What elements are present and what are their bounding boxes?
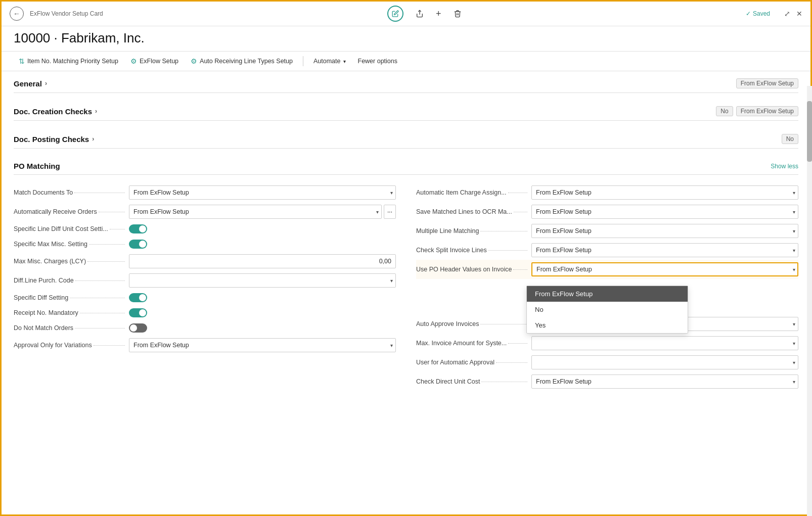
specific-diff-setting-label: Specific Diff Setting: [14, 294, 125, 301]
use-po-header-dropdown-popup: From ExFlow Setup No Yes: [526, 286, 688, 334]
fewer-options-button[interactable]: Fewer options: [353, 55, 403, 67]
form-row-use-po-header: Use PO Header Values on Invoice From ExF…: [416, 260, 798, 279]
multiple-line-label: Multiple Line Matching: [416, 227, 527, 234]
max-misc-charges-input[interactable]: [129, 254, 396, 268]
multiple-line-dropdown-wrap: From ExFlow Setup ▾: [531, 224, 798, 238]
check-split-select[interactable]: From ExFlow Setup: [531, 243, 798, 257]
max-invoice-amount-dropdown-wrap: ▾: [531, 336, 798, 350]
specific-diff-setting-control: [129, 293, 396, 302]
form-row-max-misc-charges: Max Misc. Charges (LCY): [14, 252, 396, 271]
delete-button[interactable]: [454, 10, 462, 18]
general-section-title[interactable]: General ›: [14, 79, 47, 88]
shrink-icon[interactable]: ✕: [796, 10, 802, 18]
save-matched-select[interactable]: From ExFlow Setup: [531, 205, 798, 219]
exflow-setup-label: ExFlow Setup: [140, 58, 178, 65]
match-doc-dropdown-wrap: From ExFlow Setup ▾: [129, 185, 396, 200]
form-row-auto-receive: Automatically Receive Orders From ExFlow…: [14, 202, 396, 221]
auto-receive-label: Automatically Receive Orders: [14, 208, 125, 215]
approval-variations-select[interactable]: From ExFlow Setup: [129, 338, 396, 352]
fewer-options-label: Fewer options: [358, 58, 398, 65]
show-less-link[interactable]: Show less: [771, 163, 798, 170]
automate-button[interactable]: Automate ▾: [308, 55, 351, 67]
form-row-multiple-line: Multiple Line Matching From ExFlow Setup…: [416, 221, 798, 241]
use-po-header-label: Use PO Header Values on Invoice: [416, 266, 527, 273]
auto-receiving-button[interactable]: ⚙ Auto Receiving Line Types Setup: [186, 55, 298, 68]
form-row-save-matched: Save Matched Lines to OCR Ma... From ExF…: [416, 202, 798, 221]
save-matched-dropdown-wrap: From ExFlow Setup ▾: [531, 205, 798, 219]
user-auto-approval-label: User for Automatic Approval: [416, 359, 527, 366]
specific-diff-setting-toggle[interactable]: [129, 293, 147, 302]
action-divider: [303, 56, 303, 66]
check-direct-unit-cost-select[interactable]: From ExFlow Setup: [531, 374, 798, 389]
match-doc-select[interactable]: From ExFlow Setup: [129, 185, 396, 200]
top-bar: ← ExFlow Vendor Setup Card +: [2, 2, 810, 26]
specific-line-diff-control: [129, 224, 396, 233]
check-direct-unit-cost-control: From ExFlow Setup ▾: [531, 374, 798, 389]
general-badges: From ExFlow Setup: [736, 78, 798, 88]
specific-line-diff-label: Specific Line Diff Unit Cost Setti...: [14, 225, 125, 232]
form-row-approval-variations: Approval Only for Variations From ExFlow…: [14, 336, 396, 355]
doc-creation-badge-exflow: From ExFlow Setup: [736, 106, 798, 116]
auto-item-charge-select[interactable]: From ExFlow Setup: [531, 185, 798, 200]
use-po-header-select[interactable]: From ExFlow Setup: [531, 262, 798, 276]
edit-icon[interactable]: [387, 6, 403, 22]
doc-posting-section-title[interactable]: Doc. Posting Checks ›: [14, 135, 94, 144]
auto-receive-dropdown-btn: From ExFlow Setup ▾ ···: [129, 205, 396, 219]
form-row-specific-max-misc: Specific Max Misc. Setting: [14, 237, 396, 252]
back-button[interactable]: ←: [10, 7, 24, 21]
form-row-user-auto-approval: User for Automatic Approval ▾: [416, 353, 798, 372]
max-invoice-amount-select[interactable]: [531, 336, 798, 350]
doc-posting-badges: No: [782, 134, 798, 144]
do-not-match-control: [129, 323, 396, 333]
general-badge: From ExFlow Setup: [736, 78, 798, 88]
dropdown-option-exflow[interactable]: From ExFlow Setup: [527, 286, 688, 302]
form-row-specific-line-diff: Specific Line Diff Unit Cost Setti...: [14, 221, 396, 237]
max-misc-charges-label: Max Misc. Charges (LCY): [14, 258, 125, 265]
save-matched-control: From ExFlow Setup ▾: [531, 205, 798, 219]
auto-receive-dropdown-wrap: From ExFlow Setup ▾: [129, 205, 382, 219]
form-row-check-split: Check Split Invoice Lines From ExFlow Se…: [416, 241, 798, 260]
specific-max-misc-toggle[interactable]: [129, 240, 147, 249]
page-title-area: 10000 · Fabrikam, Inc.: [2, 26, 810, 52]
multiple-line-control: From ExFlow Setup ▾: [531, 224, 798, 238]
auto-receiving-icon: ⚙: [191, 57, 197, 65]
dropdown-option-no[interactable]: No: [527, 302, 688, 317]
do-not-match-toggle[interactable]: [129, 323, 147, 333]
form-row-do-not-match: Do Not Match Orders: [14, 320, 396, 336]
doc-creation-section-title[interactable]: Doc. Creation Checks ›: [14, 107, 97, 116]
share-button[interactable]: [416, 10, 424, 18]
exflow-setup-icon: ⚙: [130, 57, 137, 65]
page-title: 10000 · Fabrikam, Inc.: [14, 30, 798, 46]
scrollbar-thumb[interactable]: [807, 101, 812, 162]
automate-chevron: ▾: [343, 59, 346, 64]
approval-variations-label: Approval Only for Variations: [14, 342, 125, 349]
specific-line-diff-toggle[interactable]: [129, 224, 147, 233]
diff-line-purch-select[interactable]: [129, 273, 396, 288]
exflow-setup-button[interactable]: ⚙ ExFlow Setup: [125, 55, 184, 68]
item-matching-button[interactable]: ⇅ Item No. Matching Priority Setup: [14, 55, 123, 68]
save-matched-label: Save Matched Lines to OCR Ma...: [416, 208, 527, 215]
auto-receive-select[interactable]: From ExFlow Setup: [129, 205, 382, 219]
approval-variations-dropdown-wrap: From ExFlow Setup ▾: [129, 338, 396, 352]
left-column: Match Documents To From ExFlow Setup ▾: [14, 183, 396, 391]
form-row-diff-line-purch: Diff.Line Purch. Code ▾: [14, 271, 396, 290]
specific-max-misc-control: [129, 240, 396, 249]
add-button[interactable]: +: [436, 9, 441, 19]
user-auto-approval-select[interactable]: [531, 355, 798, 369]
po-matching-title[interactable]: PO Matching: [14, 162, 60, 170]
do-not-match-label: Do Not Match Orders: [14, 324, 125, 332]
dropdown-option-yes[interactable]: Yes: [527, 317, 688, 333]
breadcrumb: ExFlow Vendor Setup Card: [30, 10, 103, 17]
max-invoice-amount-control: ▾: [531, 336, 798, 350]
multiple-line-select[interactable]: From ExFlow Setup: [531, 224, 798, 238]
match-doc-control: From ExFlow Setup ▾: [129, 185, 396, 200]
check-direct-unit-cost-dropdown-wrap: From ExFlow Setup ▾: [531, 374, 798, 389]
use-po-header-dropdown-wrap: From ExFlow Setup ▾: [531, 262, 798, 276]
receipt-no-mandatory-toggle[interactable]: [129, 308, 147, 317]
diff-line-purch-label: Diff.Line Purch. Code: [14, 277, 125, 284]
diff-line-purch-control: ▾: [129, 273, 396, 288]
expand-icon[interactable]: ⤢: [784, 10, 790, 18]
po-matching-form: Match Documents To From ExFlow Setup ▾: [14, 179, 798, 399]
item-matching-icon: ⇅: [19, 57, 25, 65]
auto-receive-dots-button[interactable]: ···: [384, 205, 396, 219]
